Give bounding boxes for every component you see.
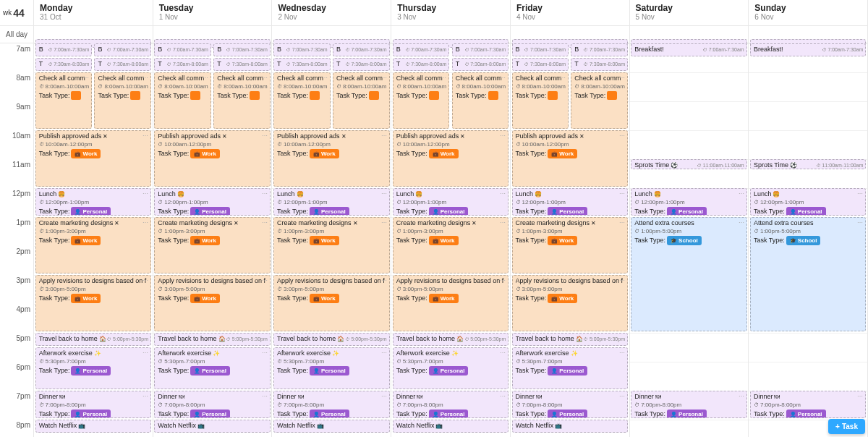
event-check-comm[interactable]: ⋯Check all comm8:00am-10:00amTask Type: bbox=[333, 72, 390, 129]
event-breakfast[interactable]: 7:00am-7:30amBreakfast! bbox=[631, 43, 746, 56]
event-dinner[interactable]: ⋯Dinner🍽7:00pm-8:00pmTask Type:👤Personal bbox=[631, 391, 746, 418]
event-netflix[interactable]: Watch Netflix📺 bbox=[35, 420, 151, 433]
event-sports-time[interactable]: 11:00am-11:00amSprots Time⚽ bbox=[631, 159, 746, 169]
event-breakfast[interactable]: 7:00am-7:30amB bbox=[35, 43, 93, 56]
event-check-comm[interactable]: ⋯Check all comm8:00am-10:00amTask Type: bbox=[273, 72, 331, 129]
event-dinner[interactable]: ⋯Dinner🍽7:00pm-8:00pmTask Type:👤Personal bbox=[393, 391, 509, 418]
event-apply-revisions[interactable]: ⋯Apply revisions to designs based on f3:… bbox=[393, 275, 509, 331]
event-check-comm[interactable]: ⋯Check all comm8:00am-10:00amTask Type: bbox=[571, 72, 628, 129]
event-publish[interactable]: ⋯Publish approved ads✕10:00am-12:00pmTas… bbox=[154, 130, 270, 187]
event-apply-revisions[interactable]: ⋯Apply revisions to designs based on f3:… bbox=[273, 275, 389, 331]
event-afterwork[interactable]: ⋯Afterwork exercise✨5:30pm-7:00pmTask Ty… bbox=[273, 347, 389, 389]
event-dinner[interactable]: ⋯Dinner🍽7:00pm-8:00pmTask Type:👤Personal bbox=[273, 391, 389, 418]
event-check-comm[interactable]: ⋯Check all comm8:00am-10:00amTask Type: bbox=[512, 72, 569, 129]
event-create-marketing[interactable]: ⋯Create marketing designs✕1:00pm-3:00pmT… bbox=[154, 217, 270, 273]
event-breakfast[interactable]: 7:00am-7:30amBreakfast! bbox=[750, 43, 866, 56]
event-t[interactable]: 7:30am-8:00amT bbox=[393, 58, 450, 71]
day-grid[interactable]: 7:00am-7:30amB7:00am-7:30amB7:30am-8:00a… bbox=[153, 43, 272, 437]
event-publish[interactable]: ⋯Publish approved ads✕10:00am-12:00pmTas… bbox=[393, 130, 509, 187]
event-lunch[interactable]: ⋯Lunch🍔12:00pm-1:00pmTask Type:👤Personal bbox=[273, 188, 389, 216]
event-t[interactable]: 7:30am-8:00amT bbox=[571, 58, 628, 71]
event-check-comm[interactable]: ⋯Check all comm8:00am-10:00amTask Type: bbox=[393, 72, 450, 129]
badge-icon: 👤 bbox=[551, 208, 558, 216]
event-create-marketing[interactable]: ⋯Create marketing designs✕1:00pm-3:00pmT… bbox=[393, 217, 509, 273]
event-travel-home[interactable]: 5:00pm-5:30pmTravel back to home🏠 bbox=[393, 333, 509, 346]
event-sports-time[interactable]: 11:00am-11:00amSprots Time⚽ bbox=[750, 159, 866, 169]
event-afterwork[interactable]: ⋯Afterwork exercise✨5:30pm-7:00pmTask Ty… bbox=[393, 347, 509, 389]
event-lunch[interactable]: ⋯Lunch🍔12:00pm-1:00pmTask Type:👤Personal bbox=[393, 188, 509, 216]
event-lunch[interactable]: ⋯Lunch🍔12:00pm-1:00pmTask Type:👤Personal bbox=[154, 188, 270, 216]
event-afterwork[interactable]: ⋯Afterwork exercise✨5:30pm-7:00pmTask Ty… bbox=[512, 347, 628, 389]
event-t[interactable]: 7:30am-8:00amT bbox=[333, 58, 390, 71]
task-type-row: Task Type:💼Work bbox=[158, 294, 266, 303]
event-breakfast[interactable]: 7:00am-7:30amB bbox=[333, 43, 390, 56]
day-header[interactable]: Monday 31 Oct bbox=[34, 0, 153, 26]
event-t[interactable]: 7:30am-8:00amT bbox=[273, 58, 331, 71]
day-header[interactable]: Thursday 3 Nov bbox=[391, 0, 510, 26]
event-breakfast[interactable]: 7:00am-7:30amB bbox=[94, 43, 151, 56]
event-breakfast[interactable]: 7:00am-7:30amB bbox=[512, 43, 569, 56]
event-lunch[interactable]: ⋯Lunch🍔12:00pm-1:00pmTask Type:👤Personal bbox=[35, 188, 151, 216]
event-netflix[interactable]: Watch Netflix📺 bbox=[273, 420, 389, 433]
event-travel-home[interactable]: 5:00pm-5:30pmTravel back to home🏠 bbox=[154, 333, 270, 346]
event-check-comm[interactable]: ⋯Check all comm8:00am-10:00amTask Type: bbox=[213, 72, 271, 129]
day-grid[interactable]: 7:00am-7:30amBreakfast!11:00am-11:00amSp… bbox=[749, 43, 867, 437]
event-travel-home[interactable]: 5:00pm-5:30pmTravel back to home🏠 bbox=[273, 333, 389, 346]
day-grid[interactable]: 7:00am-7:30amB7:00am-7:30amB7:30am-8:00a… bbox=[511, 43, 629, 437]
event-travel-home[interactable]: 5:00pm-5:30pmTravel back to home🏠 bbox=[512, 333, 628, 346]
day-header[interactable]: Tuesday 1 Nov bbox=[153, 0, 272, 26]
event-dinner[interactable]: ⋯Dinner🍽7:00pm-8:00pmTask Type:👤Personal bbox=[750, 391, 866, 418]
event-check-comm[interactable]: ⋯Check all comm8:00am-10:00amTask Type: bbox=[452, 72, 509, 129]
event-check-comm[interactable]: ⋯Check all comm8:00am-10:00amTask Type: bbox=[94, 72, 151, 129]
event-create-marketing[interactable]: ⋯Create marketing designs✕1:00pm-3:00pmT… bbox=[273, 217, 389, 273]
event-t[interactable]: 7:30am-8:00amT bbox=[213, 58, 271, 71]
day-grid[interactable]: 7:00am-7:30amB7:00am-7:30amB7:30am-8:00a… bbox=[272, 43, 391, 437]
day-header[interactable]: Wednesday 2 Nov bbox=[272, 0, 391, 26]
day-header[interactable]: Friday 4 Nov bbox=[511, 0, 629, 26]
day-grid[interactable]: 7:00am-7:30amBreakfast!11:00am-11:00amSp… bbox=[630, 43, 749, 437]
event-t[interactable]: 7:30am-8:00amT bbox=[512, 58, 569, 71]
day-header[interactable]: Saturday 5 Nov bbox=[630, 0, 749, 26]
event-netflix[interactable]: Watch Netflix📺 bbox=[393, 420, 509, 433]
event-afterwork[interactable]: ⋯Afterwork exercise✨5:30pm-7:00pmTask Ty… bbox=[154, 347, 270, 389]
event-breakfast[interactable]: 7:00am-7:30amB bbox=[154, 43, 211, 56]
close-icon: ✕ bbox=[579, 133, 584, 140]
day-header[interactable]: Sunday 6 Nov bbox=[749, 0, 867, 26]
event-breakfast[interactable]: 7:00am-7:30amB bbox=[452, 43, 509, 56]
event-apply-revisions[interactable]: ⋯Apply revisions to designs based on f3:… bbox=[35, 275, 151, 331]
event-publish[interactable]: ⋯Publish approved ads✕10:00am-12:00pmTas… bbox=[273, 130, 389, 187]
event-publish[interactable]: ⋯Publish approved ads✕10:00am-12:00pmTas… bbox=[35, 130, 151, 187]
event-t[interactable]: 7:30am-8:00amT bbox=[154, 58, 211, 71]
badge-icon: 👤 bbox=[551, 367, 558, 375]
event-dinner[interactable]: ⋯Dinner🍽7:00pm-8:00pmTask Type:👤Personal bbox=[512, 391, 628, 418]
event-check-comm[interactable]: ⋯Check all comm8:00am-10:00amTask Type: bbox=[154, 72, 211, 129]
event-breakfast[interactable]: 7:00am-7:30amB bbox=[393, 43, 450, 56]
event-breakfast[interactable]: 7:00am-7:30amB bbox=[571, 43, 628, 56]
event-dinner[interactable]: ⋯Dinner🍽7:00pm-8:00pmTask Type:👤Personal bbox=[154, 391, 270, 418]
event-attend-courses[interactable]: ⋯Attend extra courses1:00pm-5:00pmTask T… bbox=[631, 217, 746, 331]
event-create-marketing[interactable]: ⋯Create marketing designs✕1:00pm-3:00pmT… bbox=[35, 217, 151, 273]
event-t[interactable]: 7:30am-8:00amT bbox=[452, 58, 509, 71]
event-breakfast[interactable]: 7:00am-7:30amB bbox=[273, 43, 331, 56]
event-t[interactable]: 7:30am-8:00amT bbox=[35, 58, 93, 71]
event-attend-courses[interactable]: ⋯Attend extra courses1:00pm-5:00pmTask T… bbox=[750, 217, 866, 331]
event-check-comm[interactable]: ⋯Check all comm8:00am-10:00amTask Type: bbox=[35, 72, 93, 129]
event-lunch[interactable]: ⋯Lunch🍔12:00pm-1:00pmTask Type:👤Personal bbox=[631, 188, 746, 216]
event-netflix[interactable]: Watch Netflix📺 bbox=[154, 420, 270, 433]
event-create-marketing[interactable]: ⋯Create marketing designs✕1:00pm-3:00pmT… bbox=[512, 217, 628, 273]
dinner-icon: 🍽 bbox=[655, 394, 661, 400]
event-t[interactable]: 7:30am-8:00amT bbox=[94, 58, 151, 71]
day-grid[interactable]: 7:00am-7:30amB7:00am-7:30amB7:30am-8:00a… bbox=[391, 43, 510, 437]
event-apply-revisions[interactable]: ⋯Apply revisions to designs based on f3:… bbox=[154, 275, 270, 331]
event-lunch[interactable]: ⋯Lunch🍔12:00pm-1:00pmTask Type:👤Personal bbox=[512, 188, 628, 216]
event-netflix[interactable]: Watch Netflix📺 bbox=[512, 420, 628, 433]
event-afterwork[interactable]: ⋯Afterwork exercise✨5:30pm-7:00pmTask Ty… bbox=[35, 347, 151, 389]
event-travel-home[interactable]: 5:00pm-5:30pmTravel back to home🏠 bbox=[35, 333, 151, 346]
event-apply-revisions[interactable]: ⋯Apply revisions to designs based on f3:… bbox=[512, 275, 628, 331]
event-breakfast[interactable]: 7:00am-7:30amB bbox=[213, 43, 271, 56]
new-task-button[interactable]: + Task bbox=[828, 419, 865, 434]
event-dinner[interactable]: ⋯Dinner🍽7:00pm-8:00pmTask Type:👤Personal bbox=[35, 391, 151, 418]
day-grid[interactable]: 7:00am-7:30amB7:00am-7:30amB7:30am-8:00a… bbox=[34, 43, 153, 437]
event-publish[interactable]: ⋯Publish approved ads✕10:00am-12:00pmTas… bbox=[512, 130, 628, 187]
event-lunch[interactable]: ⋯Lunch🍔12:00pm-1:00pmTask Type:👤Personal bbox=[750, 188, 866, 216]
